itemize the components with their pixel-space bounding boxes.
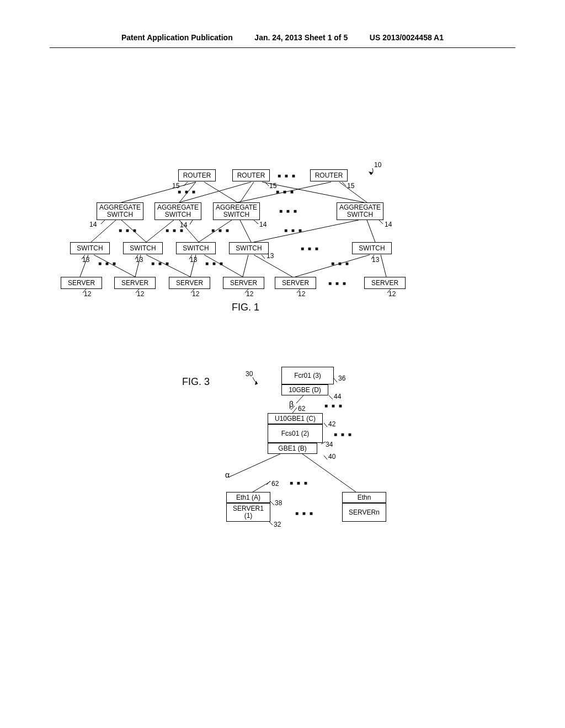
svg-line-53	[270, 501, 274, 505]
header-right: US 2013/0024458 A1	[370, 33, 444, 42]
ref-13-4: 13	[266, 252, 274, 260]
svg-line-36	[262, 255, 265, 259]
dots: ■ ■ ■	[279, 208, 298, 214]
svg-line-28	[342, 182, 346, 186]
agg-box-1: AGGREGATESWITCH	[97, 202, 143, 220]
agg-box-2: AGGREGATESWITCH	[154, 202, 201, 220]
dots: ■ ■ ■	[119, 227, 137, 233]
svg-line-2	[204, 182, 237, 202]
svg-line-26	[184, 182, 188, 186]
dots: ■ ■ ■	[301, 245, 319, 251]
server-box-5: SERVER	[275, 277, 316, 289]
ref-44: 44	[334, 393, 341, 400]
svg-line-47	[329, 395, 333, 399]
gbe10-box: 10GBE (D)	[281, 384, 328, 395]
page-header: Patent Application Publication Jan. 24, …	[50, 0, 515, 48]
fig1-label: FIG. 1	[232, 302, 259, 313]
svg-line-49	[324, 423, 327, 427]
dots: ■ ■ ■	[331, 260, 350, 266]
svg-line-27	[265, 182, 269, 186]
server1-box: SERVER1(1)	[226, 503, 270, 522]
ref-12-6: 12	[388, 290, 396, 298]
ref-15-3: 15	[347, 182, 354, 190]
router-box-1: ROUTER	[178, 169, 216, 181]
dots: ■ ■ ■	[276, 189, 295, 195]
svg-line-57	[229, 454, 280, 477]
dots: ■ ■ ■	[151, 260, 170, 266]
ethn-box: Ethn	[342, 492, 386, 503]
fcr01-box: Fcr01 (3)	[281, 367, 334, 384]
fig3-label: FIG. 3	[182, 376, 210, 388]
header-center: Jan. 24, 2013 Sheet 1 of 5	[254, 33, 348, 42]
svg-line-52	[266, 481, 270, 485]
dots: ■ ■ ■	[166, 227, 184, 233]
dots: ■ ■ ■	[290, 480, 308, 486]
switch-box-1: SWITCH	[70, 242, 110, 254]
svg-line-31	[254, 220, 258, 224]
alpha-label: α	[225, 470, 230, 479]
router-box-3: ROUTER	[310, 169, 348, 181]
dots: ■ ■ ■	[328, 280, 347, 286]
ref-14-1: 14	[89, 221, 97, 228]
ref-13-3: 13	[190, 256, 197, 264]
dots: ■ ■ ■	[205, 260, 224, 266]
ref-30: 30	[246, 370, 253, 378]
ref-13-5: 13	[372, 256, 379, 264]
svg-line-58	[253, 481, 270, 492]
svg-line-13	[240, 220, 251, 242]
ref-62a: 62	[298, 405, 305, 413]
dots: ■ ■ ■	[334, 431, 353, 437]
gbe1-box: GBE1 (B)	[268, 443, 317, 454]
ref-14-3: 14	[259, 221, 266, 228]
svg-line-25	[381, 255, 386, 277]
ref-12-3: 12	[192, 290, 199, 298]
beta-label: β	[289, 400, 294, 409]
switch-box-3: SWITCH	[176, 242, 216, 254]
ref-14-4: 14	[385, 221, 392, 228]
svg-line-22	[243, 255, 248, 277]
ref-62b: 62	[271, 480, 279, 488]
svg-marker-45	[255, 381, 258, 385]
svg-line-32	[379, 220, 383, 224]
ref-12-4: 12	[246, 290, 253, 298]
ref-12-5: 12	[298, 290, 305, 298]
switch-box-5: SWITCH	[352, 242, 392, 254]
ref-36: 36	[338, 374, 345, 382]
header-left: Patent Application Publication	[121, 33, 233, 42]
ref-32: 32	[274, 521, 281, 528]
svg-line-30	[190, 220, 193, 224]
dots: ■ ■ ■	[295, 510, 314, 516]
servern-box: SERVERn	[342, 503, 386, 522]
u10gbe1-box: U10GBE1 (C)	[268, 413, 323, 424]
router-box-2: ROUTER	[232, 169, 270, 181]
svg-line-15	[367, 220, 375, 242]
ref-10: 10	[374, 161, 381, 169]
ref-12-1: 12	[84, 290, 91, 298]
svg-marker-44	[369, 172, 373, 175]
server-box-6: SERVER	[364, 277, 406, 289]
server-box-2: SERVER	[114, 277, 156, 289]
svg-line-51	[324, 456, 327, 459]
dots: ■ ■ ■	[278, 173, 296, 179]
server-box-4: SERVER	[223, 277, 264, 289]
dots: ■ ■ ■	[98, 260, 117, 266]
dots: ■ ■ ■	[324, 403, 343, 409]
server-box-3: SERVER	[169, 277, 210, 289]
ref-12-2: 12	[137, 290, 144, 298]
svg-line-46	[334, 378, 337, 382]
agg-box-4: AGGREGATESWITCH	[337, 202, 383, 220]
fcs01-box: Fcs01 (2)	[268, 424, 323, 443]
svg-line-4	[240, 182, 254, 202]
server-box-1: SERVER	[61, 277, 102, 289]
ref-38: 38	[275, 499, 282, 507]
agg-box-3: AGGREGATESWITCH	[213, 202, 260, 220]
dots: ■ ■ ■	[284, 227, 303, 233]
ref-34: 34	[326, 441, 333, 448]
svg-line-29	[101, 220, 105, 224]
switch-box-2: SWITCH	[123, 242, 163, 254]
dots: ■ ■ ■	[211, 227, 230, 233]
ref-13-1: 13	[82, 256, 89, 264]
dots: ■ ■ ■	[178, 189, 196, 195]
svg-line-54	[269, 521, 273, 525]
eth1-box: Eth1 (A)	[226, 492, 270, 503]
